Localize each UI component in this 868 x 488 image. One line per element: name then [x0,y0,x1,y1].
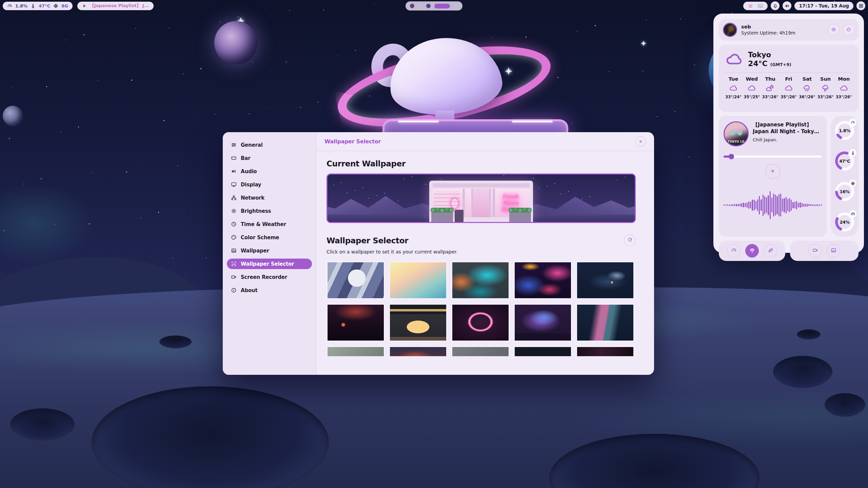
system-stats-pill[interactable]: 1.8% 47°C 8G [3,2,73,10]
power-saver-button[interactable] [764,244,777,258]
crater [825,393,865,417]
sidebar-item-label: General [241,142,263,148]
sidebar-item-time-weather[interactable]: Time & Weather [227,219,312,229]
weather-card: Tokyo 24°C (GMT+9) Tue33°/24°Wed35°/25°T… [719,45,859,112]
sidebar-item-wallpaper-selector[interactable]: Wallpaper Selector [227,259,312,269]
refresh-button[interactable] [624,235,636,246]
picture2-icon [831,247,836,254]
sidebar-item-bar[interactable]: Bar [227,153,312,163]
workspace-3-occupied[interactable] [426,4,431,8]
cloud-icon [747,84,756,93]
system-uptime: System Uptime: 4h19m [741,30,795,36]
preview-cafe: Fresh Moon Beans [429,181,533,222]
sidebar-item-label: Network [241,195,264,201]
screenshot-button[interactable] [827,244,840,258]
scales-icon [749,247,755,254]
notifications-button[interactable] [771,1,780,10]
sidebar-item-label: Wallpaper Selector [241,261,294,267]
app-launcher-button[interactable] [856,1,865,10]
clock-pill[interactable]: 17:17 - Tue, 19 Aug [794,2,853,10]
wallpaper-thumbnail-coral-twilight[interactable] [389,346,447,356]
workspace-5-empty[interactable] [454,4,458,8]
tray-app-icon[interactable] [748,3,753,9]
album-art: TOKYO LO [724,121,749,146]
sidebar-item-network[interactable]: Network [227,192,312,203]
media-progress-slider[interactable] [724,154,822,159]
wallpaper-image [577,262,633,298]
sidebar-item-about[interactable]: About [227,285,312,296]
wallpaper-image [515,262,571,298]
workspace-indicator[interactable] [406,1,462,11]
cpu-gauge-icon [7,3,12,8]
wallpaper-thumbnail-dark-magenta-gradient[interactable] [576,346,634,356]
wallpaper-thumbnail-pastel-sunset-gradient[interactable] [389,261,447,299]
current-wallpaper-heading: Current Wallpaper [327,159,644,168]
cloud-icon [725,50,743,68]
sidebar-item-wallpaper[interactable]: Wallpaper [227,245,312,256]
sidebar-item-color-scheme[interactable]: Color Scheme [227,232,312,243]
wallpaper-thumbnail-snowy-night-village[interactable] [576,261,634,299]
now-playing-pill[interactable]: 【Japanese Playlist】 J... [77,2,154,10]
forecast-day-fri: Fri35°/26° [780,76,797,99]
sidebar-item-brightness[interactable]: Brightness [227,206,312,216]
workspace-1-occupied[interactable] [410,4,414,8]
wallpaper-image [390,262,446,298]
audio-waveform [724,185,822,225]
day-label: Wed [746,76,758,82]
sidebar-item-label: Display [241,182,261,188]
day-label: Fri [785,76,792,82]
window-header: Wallpaper Selector × [316,132,654,151]
apps-grid-icon [859,3,864,8]
sidebar-item-label: Bar [241,155,250,161]
wallpaper-selector-subtitle: Click on a wallpaper to set it as your c… [327,249,644,255]
wallpaper-thumbnail-teal-orange-blur[interactable] [451,261,510,299]
sidebar-item-display[interactable]: Display [227,179,312,190]
wallpaper-thumbnail-purple-nebula-forest[interactable] [514,304,572,342]
sidebar-item-label: Wallpaper [241,248,269,254]
wallpaper-thumbnail-pink-ring-nebula[interactable] [451,304,510,342]
volume-button[interactable] [783,1,791,10]
wallpaper-thumbnail-dark-navy[interactable] [514,346,572,356]
wallpaper-thumbnail-grey-minimal[interactable] [451,346,510,356]
settings-button[interactable] [828,24,840,36]
wallpaper-thumbnail-particle-mesh-wave[interactable] [576,304,634,342]
wallpaper-image [515,305,571,341]
workspace-4-active[interactable] [434,4,450,8]
settings-sidebar: GeneralBarAudioDisplayNetworkBrightnessT… [223,132,316,375]
wallpaper-thumbnail-sage-field[interactable] [327,346,385,356]
close-button[interactable]: × [635,136,646,147]
capture-tools-card [790,241,859,261]
wallpaper-grid-viewport [327,261,636,356]
slider-knob[interactable] [729,154,734,159]
workspace-2-empty[interactable] [418,4,422,8]
wallpaper-thumbnail-lofi-coffee-shop[interactable] [389,304,447,342]
speedometer-gauge: 1.8% [834,120,855,141]
system-gauges-card: 1.8%47°C16%24% [831,116,859,237]
wallpaper-thumbnail-anime-girl-white-hair[interactable] [327,261,385,299]
gear-icon [831,27,836,33]
weather-temperature: 24°C [748,59,768,68]
power-button[interactable] [843,24,854,36]
chip-gauge: 16% [834,181,855,202]
system-tray[interactable] [743,2,768,10]
day-temps: 33°/26° [836,95,852,99]
weather-forecast: Tue33°/24°Wed35°/25°Thu33°/26°Fri35°/26°… [725,76,852,99]
sidebar-item-audio[interactable]: Audio [227,166,312,177]
power-icon [846,27,851,33]
wallpaper-thumbnail-ember-forest-figure[interactable] [327,304,385,342]
pause-icon [82,3,87,8]
sidebar-item-general[interactable]: General [227,140,312,150]
tray-image-icon[interactable] [757,3,763,9]
avatar [723,23,737,37]
screen-recorder-button[interactable] [808,244,822,258]
video-icon [231,274,237,280]
forecast-day-wed: Wed35°/25° [743,76,760,99]
day-temps: 33°/24° [725,95,742,99]
wallpaper-thumbnail-neon-arcade-game-over[interactable] [514,261,572,299]
performance-button[interactable] [727,244,741,258]
balanced-button[interactable] [745,244,759,258]
day-label: Sat [803,76,812,82]
gallery-icon [231,261,237,267]
pause-button[interactable] [765,164,780,179]
sidebar-item-screen-recorder[interactable]: Screen Recorder [227,272,312,282]
